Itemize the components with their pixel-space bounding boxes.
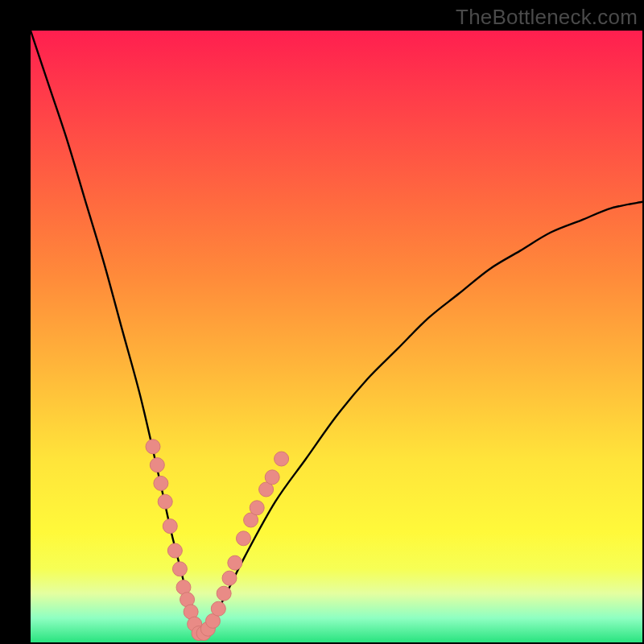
chart-stage: TheBottleneck.com (0, 0, 644, 644)
sample-point (158, 494, 172, 509)
sample-point (211, 601, 225, 616)
sample-point (163, 519, 177, 534)
sample-point (167, 543, 182, 558)
sample-point (250, 501, 264, 515)
plot-area (31, 31, 642, 642)
sample-point (222, 571, 237, 585)
watermark-text: TheBottleneck.com (456, 5, 638, 30)
sample-points-group (146, 440, 289, 641)
sample-point (265, 470, 279, 485)
sample-point (154, 476, 168, 490)
sample-point (146, 440, 160, 454)
sample-point (236, 531, 250, 546)
sample-point (275, 452, 289, 466)
bottleneck-curve (31, 31, 642, 638)
chart-overlay (31, 31, 642, 642)
sample-point (228, 555, 242, 570)
sample-point (150, 458, 164, 473)
sample-point (217, 586, 231, 601)
sample-point (172, 562, 187, 576)
